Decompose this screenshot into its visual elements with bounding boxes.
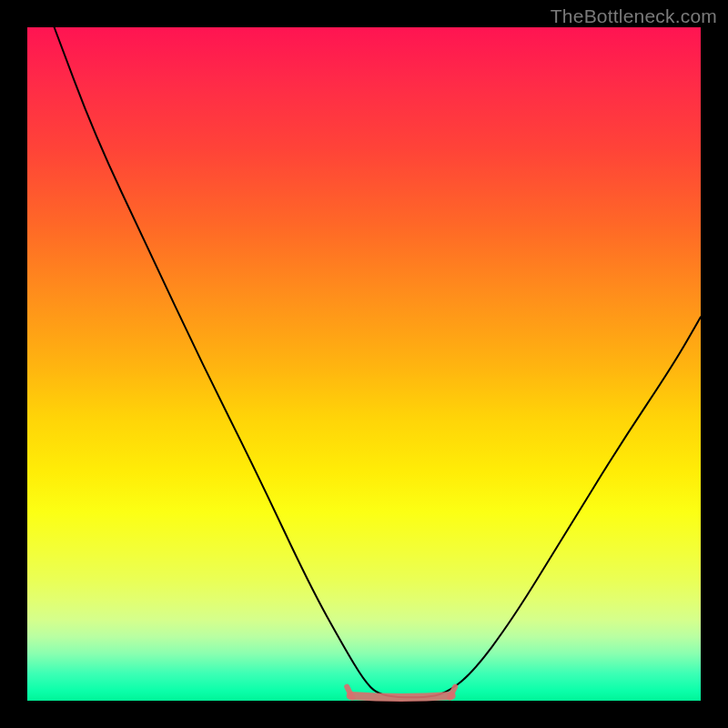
plot-area <box>27 27 701 701</box>
highlight-stroke <box>350 696 451 698</box>
curve-plot <box>27 27 701 701</box>
curve-path <box>55 27 701 697</box>
chart-frame: TheBottleneck.com <box>0 0 728 728</box>
watermark-text: TheBottleneck.com <box>551 5 717 27</box>
